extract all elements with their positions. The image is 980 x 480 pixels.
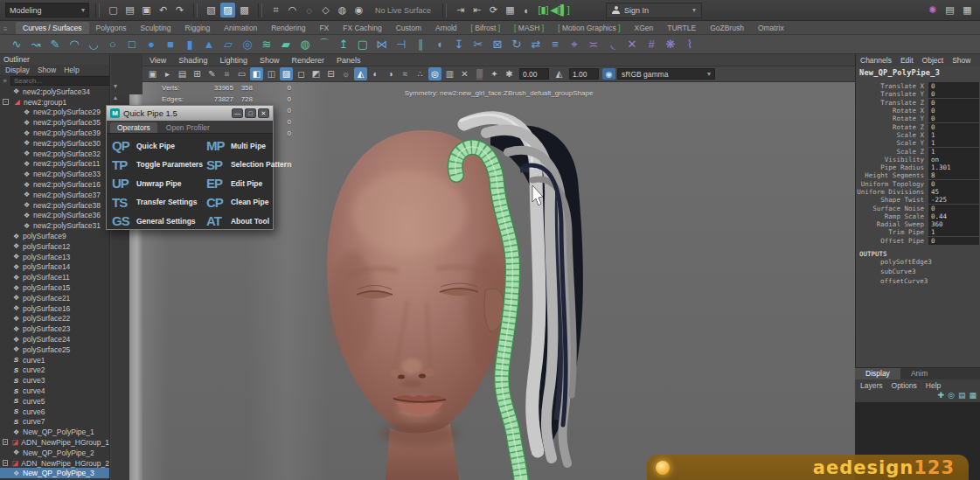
render-icon[interactable]: ⟳ xyxy=(486,3,501,17)
channel-box-menu-item[interactable]: Edit xyxy=(900,56,914,65)
shelf-tool-icon[interactable]: ◡ xyxy=(86,37,101,52)
operator-button[interactable]: MP Multi Pipe xyxy=(206,138,291,153)
shelf-tool-icon[interactable]: ◖ xyxy=(432,37,448,52)
workspace-icon[interactable]: ▤ xyxy=(942,3,957,17)
snap-icon[interactable]: ◠ xyxy=(285,3,300,17)
layer-editor-tab[interactable]: Display xyxy=(855,368,900,379)
operator-button[interactable]: QP Quick Pipe xyxy=(112,138,203,153)
status-bar-icon[interactable]: ↷ xyxy=(172,3,187,17)
status-bar-icon[interactable]: ▤ xyxy=(122,3,137,17)
layer-editor-menu-item[interactable]: Layers xyxy=(860,381,883,390)
channel-value-field[interactable]: 0 xyxy=(928,237,979,245)
channel-value-field[interactable]: 0 xyxy=(928,180,979,188)
layer-toolbar-icon[interactable]: ▤ xyxy=(958,391,966,402)
viewport-toolbar-icon[interactable]: ▒ xyxy=(473,67,486,80)
viewport-menu-item[interactable]: Shading xyxy=(178,56,207,65)
channel-value-field[interactable]: 8 xyxy=(928,171,979,179)
channel-box-menu-item[interactable]: Channels xyxy=(860,56,892,65)
operator-button[interactable]: GS General Settings xyxy=(112,213,203,228)
viewport-toolbar-icon[interactable]: ☼ xyxy=(339,67,352,80)
viewport-toolbar-icon[interactable]: ▤ xyxy=(176,67,189,80)
render-icon[interactable]: [▮] xyxy=(536,3,551,17)
shelf-tab[interactable]: FX Caching xyxy=(336,22,388,34)
channel-label[interactable]: Visibility xyxy=(856,156,928,163)
outliner-item[interactable]: New_QP_PolyPipe_3 xyxy=(0,468,109,478)
maximize-icon[interactable]: □ xyxy=(245,108,256,118)
shelf-tab[interactable]: Motion Graphics xyxy=(551,22,627,34)
channel-value-field[interactable]: 0.44 xyxy=(928,212,979,220)
outliner-item[interactable]: new2:polySurface37 xyxy=(0,190,109,200)
channel-label[interactable]: Rotate Z xyxy=(856,123,928,131)
shelf-tool-icon[interactable]: ■ xyxy=(163,37,178,52)
channel-value-field[interactable]: 0 xyxy=(928,107,979,115)
viewport-toolbar-icon[interactable]: ▸ xyxy=(161,67,174,80)
render-icon[interactable]: ◀[▌] xyxy=(553,3,567,17)
layer-toolbar-icon[interactable]: ◎ xyxy=(948,391,955,402)
outliner-item[interactable]: curve4 xyxy=(0,386,109,396)
shelf-tab[interactable]: XGen xyxy=(628,22,661,34)
channel-label[interactable]: Pipe Radius xyxy=(856,163,928,171)
outliner-item[interactable]: ADN_NewPipe_HGroup_2 xyxy=(0,458,109,469)
shelf-tool-icon[interactable]: ▢ xyxy=(355,37,371,52)
outliner-item[interactable]: curve3 xyxy=(0,375,109,386)
viewport-toolbar-icon[interactable]: ✕ xyxy=(458,67,471,80)
shelf-tool-icon[interactable]: ⌇ xyxy=(682,37,698,52)
expand-toggle-icon[interactable] xyxy=(3,439,8,445)
operator-button[interactable]: SP Selection Pattern xyxy=(206,157,291,172)
snap-icon[interactable]: ◉ xyxy=(351,3,366,17)
snap-icon[interactable]: ⌗ xyxy=(268,3,283,17)
shelf-tab[interactable]: Rendering xyxy=(264,22,312,34)
quick-pipe-window[interactable]: M Quick Pipe 1.5 — □ ✕ OperatorsOpen Pro… xyxy=(106,105,274,230)
shelf-tool-icon[interactable]: ❋ xyxy=(663,37,678,52)
outliner-item[interactable]: new2:polySurface30 xyxy=(0,138,109,149)
viewport-toolbar-icon[interactable]: ◑ xyxy=(384,67,397,80)
shelf-tab[interactable]: Bifrost xyxy=(464,22,508,34)
outliner-item[interactable]: new2:polySurface35 xyxy=(0,117,109,128)
status-bar-icon[interactable]: ▢ xyxy=(106,3,121,17)
shelf-tool-icon[interactable]: ⌒ xyxy=(316,37,332,52)
channel-value-field[interactable]: 1 xyxy=(928,228,979,236)
outliner-item[interactable]: New_QP_PolyPipe_2 xyxy=(0,448,109,458)
viewport-menu-item[interactable]: Renderer xyxy=(291,56,324,65)
sign-in-button[interactable]: Sign In ▾ xyxy=(606,3,702,18)
shelf-tool-icon[interactable]: ▲ xyxy=(201,37,217,52)
expand-toggle-icon[interactable] xyxy=(3,460,8,466)
render-icon[interactable]: ⇤ xyxy=(469,3,484,17)
selected-object-name[interactable]: New_QP_PolyPipe_3 xyxy=(856,66,980,79)
outliner-item[interactable]: new2:group1 xyxy=(0,97,109,108)
channel-value-field[interactable]: 1 xyxy=(928,139,979,147)
outliner-item[interactable]: new2:polySurface36 xyxy=(0,211,109,221)
shelf-tool-icon[interactable]: ◎ xyxy=(240,37,255,52)
render-icon[interactable]: ◐ xyxy=(519,3,534,17)
outliner-item[interactable]: new2:polySurface38 xyxy=(0,200,109,211)
channel-value-field[interactable]: 0 xyxy=(928,90,979,98)
shelf-tool-icon[interactable]: ⌖ xyxy=(566,37,582,52)
quick-pipe-tab[interactable]: Open Profiler xyxy=(159,122,217,133)
render-icon[interactable]: ⇥ xyxy=(453,3,468,17)
outliner-item[interactable]: polySurface9 xyxy=(0,231,109,241)
viewport-toolbar-icon[interactable]: ✱ xyxy=(503,67,516,80)
channel-value-field[interactable]: 360 xyxy=(928,220,979,228)
outliner-menu-item[interactable]: Show xyxy=(38,66,56,74)
filter-icon[interactable]: ✳ xyxy=(3,78,8,85)
shelf-tool-icon[interactable]: # xyxy=(643,37,659,52)
channel-label[interactable]: Scale Y xyxy=(856,139,928,147)
viewport-menu-item[interactable]: Panels xyxy=(337,56,361,65)
shelf-menu-icon[interactable]: ≡ xyxy=(3,25,8,33)
shelf-tab[interactable]: TURTLE xyxy=(660,22,703,34)
viewport-toolbar-icon[interactable]: ▣ xyxy=(146,67,159,80)
channel-label[interactable]: Translate Z xyxy=(856,99,928,107)
shelf-tool-icon[interactable]: ≡ xyxy=(547,37,563,52)
outliner-item[interactable]: curve5 xyxy=(0,396,109,407)
snap-icon[interactable]: ◌ xyxy=(302,3,316,17)
outliner-item[interactable]: curve2 xyxy=(0,365,109,376)
operator-button[interactable]: AT About Tool xyxy=(206,213,291,228)
render-icon[interactable]: ▦ xyxy=(503,3,518,17)
viewport-toolbar-icon[interactable]: ✎ xyxy=(205,67,219,80)
shelf-tab[interactable]: Sculpting xyxy=(134,22,178,34)
quick-pipe-titlebar[interactable]: M Quick Pipe 1.5 — □ ✕ xyxy=(107,106,273,121)
shelf-tab[interactable]: Polygons xyxy=(89,22,134,34)
layer-editor-menu-item[interactable]: Options xyxy=(892,381,917,390)
shelf-tool-icon[interactable]: ✕ xyxy=(624,37,640,52)
outliner-item[interactable]: polySurface23 xyxy=(0,323,109,334)
